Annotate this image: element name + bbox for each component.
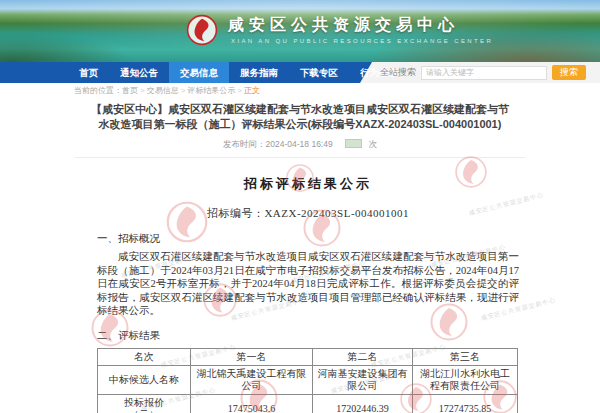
- article-content: 【咸安区中心】咸安区双石灌区续建配套与节水改造项目咸安区双石灌区续建配套与节水改…: [75, 102, 525, 413]
- breadcrumb-separator: >: [140, 86, 145, 95]
- search-label: 全站搜索: [380, 66, 416, 79]
- search-input[interactable]: [421, 66, 547, 80]
- page-title: 【咸安区中心】咸安区双石灌区续建配套与节水改造项目咸安区双石灌区续建配套与节水改…: [75, 102, 525, 132]
- site-title: 咸安区公共资源交易中心: [228, 15, 459, 36]
- breadcrumb-separator: >: [181, 86, 186, 95]
- bid-number: 招标编号：XAZX-202403SL-004001001: [97, 206, 519, 221]
- table-row-label: 投标报价 （元）: [98, 394, 191, 413]
- publish-time: 发布时间：2024-04-18 16:49: [223, 139, 333, 149]
- nav-item-下载专区[interactable]: 下载专区: [289, 62, 349, 83]
- divider: [75, 157, 525, 158]
- table-header-value: 第三名: [413, 348, 518, 365]
- breadcrumb-link[interactable]: 评标结果公示: [187, 86, 235, 95]
- table-header-label: 名次: [98, 348, 191, 365]
- site-logo-icon: [186, 14, 218, 46]
- section1-title: 一、招标概况: [97, 232, 519, 246]
- table-row-value: 17475043.6: [191, 394, 313, 413]
- breadcrumb-link[interactable]: 首页: [122, 86, 138, 95]
- breadcrumb-separator: >: [237, 86, 242, 95]
- breadcrumb-current: 正文: [244, 86, 260, 95]
- table-row-value: 17274735.85: [413, 394, 518, 413]
- nav-item-交易信息[interactable]: 交易信息: [169, 62, 229, 83]
- views-suffix: 次: [368, 139, 377, 149]
- page: 咸安区公共资源交易中心 XIAN AN QU PUBLIC RESOURCES …: [0, 0, 600, 413]
- nav-item-通知公告[interactable]: 通知公告: [109, 62, 169, 83]
- breadcrumb-prefix: 当前的位置：: [74, 86, 122, 95]
- main-navbar: 首页通知公告交易信息服务指南下载专区行为公示互动交流 全站搜索 搜索: [0, 62, 600, 83]
- nav-item-服务指南[interactable]: 服务指南: [229, 62, 289, 83]
- table-row-value: 17202446.39: [313, 394, 413, 413]
- breadcrumb: 当前的位置：首页>交易信息>评标结果公示>正文: [0, 83, 600, 98]
- nav-item-首页[interactable]: 首页: [68, 62, 109, 83]
- table-header-value: 第一名: [191, 348, 313, 365]
- table-row-value: 湖北江川水利水电工程有限责任公司: [413, 365, 518, 394]
- view-counter-badge: [345, 139, 362, 148]
- table-row-value: 河南基安建设集团有限公司: [313, 365, 413, 394]
- section1-paragraph: 咸安区双石灌区续建配套与节水改造项目咸安区双石灌区续建配套与节水改造项目第一标段…: [97, 250, 519, 318]
- breadcrumb-link[interactable]: 交易信息: [147, 86, 179, 95]
- search-button[interactable]: 搜索: [552, 65, 586, 80]
- section2-title: 二、评标结果: [97, 329, 519, 343]
- document-title: 招标评标结果公示: [97, 175, 519, 193]
- evaluation-result-table: 名次第一名第二名第三名中标候选人名称湖北锦天禹建设工程有限公司河南基安建设集团有…: [97, 348, 518, 413]
- table-row-value: 湖北锦天禹建设工程有限公司: [191, 365, 313, 394]
- site-subtitle: XIAN AN QU PUBLIC RESOURCES EXCHANGE CEN…: [231, 38, 493, 44]
- table-row-label: 中标候选人名称: [98, 365, 191, 394]
- table-header-value: 第二名: [313, 348, 413, 365]
- site-banner: 咸安区公共资源交易中心 XIAN AN QU PUBLIC RESOURCES …: [0, 0, 600, 62]
- article-meta: 发布时间：2024-04-18 16:49 次: [75, 139, 525, 151]
- search-zone: 全站搜索 搜索: [380, 65, 586, 80]
- document-body: 招标评标结果公示 招标编号：XAZX-202403SL-004001001 一、…: [97, 175, 519, 413]
